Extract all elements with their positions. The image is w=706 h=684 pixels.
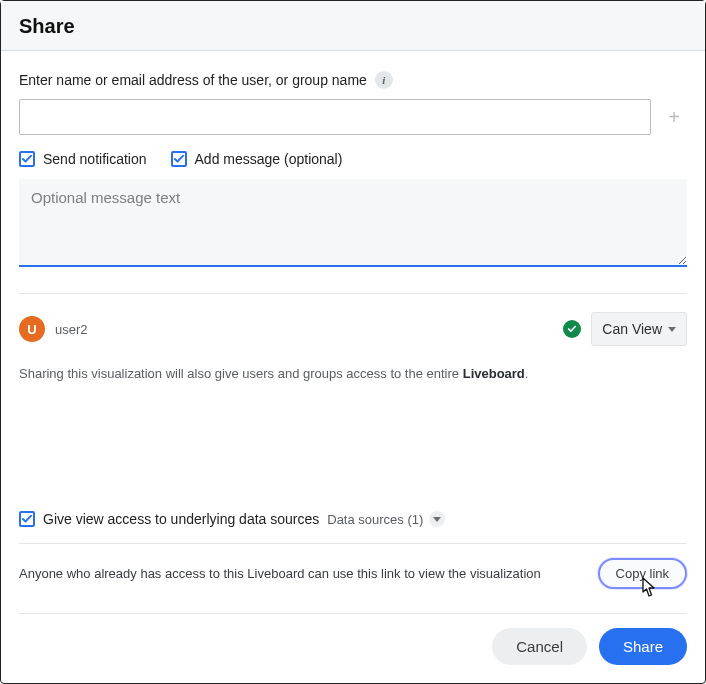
principals-label-row: Enter name or email address of the user,… [19, 71, 687, 89]
chevron-down-icon [668, 327, 676, 332]
divider [19, 293, 687, 294]
checkbox-checked-icon [19, 511, 35, 527]
copy-link-button[interactable]: Copy link [598, 558, 687, 589]
data-sources-count-label: Data sources (1) [327, 512, 423, 527]
share-link-note: Anyone who already has access to this Li… [19, 566, 588, 581]
principals-input[interactable] [19, 99, 651, 135]
info-icon[interactable]: i [375, 71, 393, 89]
note-bold: Liveboard [463, 366, 525, 381]
principals-input-row: + [19, 99, 687, 135]
copy-link-label: Copy link [616, 566, 669, 581]
verified-icon [563, 320, 581, 338]
send-notification-checkbox[interactable]: Send notification [19, 151, 147, 167]
data-sources-checkbox[interactable]: Give view access to underlying data sour… [19, 511, 319, 527]
note-suffix: . [525, 366, 529, 381]
share-link-row: Anyone who already has access to this Li… [19, 558, 687, 589]
shared-user-name: user2 [55, 322, 553, 337]
notification-options: Send notification Add message (optional) [19, 151, 687, 167]
note-prefix: Sharing this visualization will also giv… [19, 366, 463, 381]
divider [19, 543, 687, 544]
permission-select[interactable]: Can View [591, 312, 687, 346]
dialog-title: Share [19, 15, 687, 38]
chevron-down-icon [429, 511, 445, 527]
data-sources-count-toggle[interactable]: Data sources (1) [327, 511, 445, 527]
data-sources-label: Give view access to underlying data sour… [43, 511, 319, 527]
add-principal-button[interactable]: + [661, 104, 687, 130]
divider [19, 613, 687, 614]
checkbox-checked-icon [171, 151, 187, 167]
checkbox-checked-icon [19, 151, 35, 167]
share-button[interactable]: Share [599, 628, 687, 665]
liveboard-access-note: Sharing this visualization will also giv… [19, 364, 687, 384]
principals-label: Enter name or email address of the user,… [19, 72, 367, 88]
plus-icon: + [668, 107, 680, 127]
dialog-footer: Cancel Share [19, 628, 687, 669]
permission-value: Can View [602, 321, 662, 337]
shared-user-row: U user2 Can View [19, 312, 687, 346]
dialog-header: Share [1, 1, 705, 51]
send-notification-label: Send notification [43, 151, 147, 167]
avatar: U [19, 316, 45, 342]
cancel-button[interactable]: Cancel [492, 628, 587, 665]
add-message-checkbox[interactable]: Add message (optional) [171, 151, 343, 167]
add-message-label: Add message (optional) [195, 151, 343, 167]
dialog-body: Enter name or email address of the user,… [1, 51, 705, 683]
data-sources-row: Give view access to underlying data sour… [19, 511, 687, 527]
message-textarea[interactable] [19, 179, 687, 267]
spacer [19, 384, 687, 512]
share-dialog: Share Enter name or email address of the… [0, 0, 706, 684]
